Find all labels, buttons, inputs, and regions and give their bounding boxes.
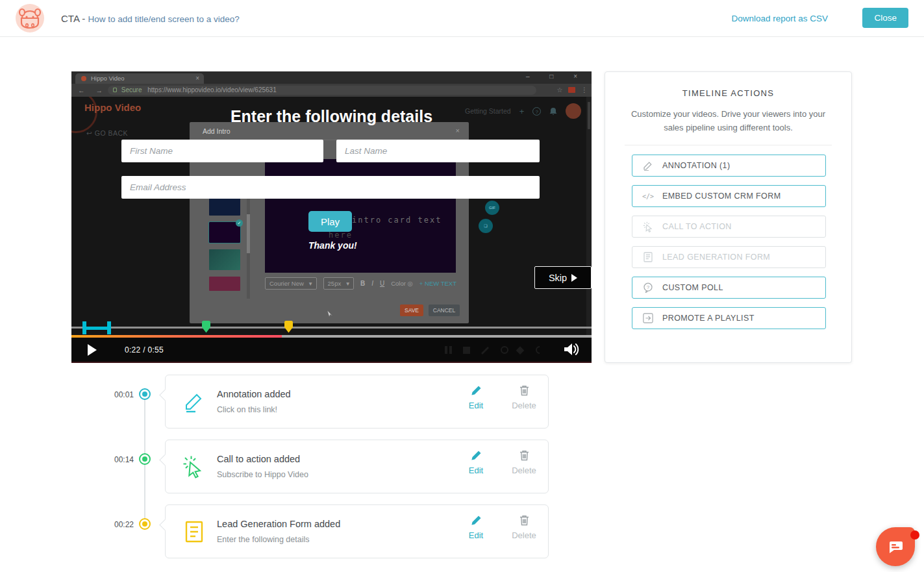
video-go-back-text: ↩ GO BACK [86,129,128,137]
event-dot-cta [139,453,151,465]
event-subtitle: Click on this link! [217,405,277,414]
timeline-actions-panel: TIMELINE ACTIONS Customize your videos. … [605,71,852,363]
delete-button[interactable]: Delete [505,385,543,410]
event-time: 00:22 [103,520,134,529]
download-report-link[interactable]: Download report as CSV [731,14,828,23]
edit-button[interactable]: Edit [456,515,495,540]
skip-arrow-icon [571,274,577,282]
trash-icon [519,515,529,526]
panel-title: TIMELINE ACTIONS [605,88,851,98]
action-lead-generation-form-button: LEAD GENERATION FORM [632,246,826,268]
bold-icon: B [360,280,365,287]
lock-icon [113,88,117,92]
code-icon: </> [642,193,655,200]
event-row-leadgen: 00:22 Lead Generation Form added Enter t… [0,504,584,558]
player-play-icon[interactable] [88,344,97,356]
browser-menu-icon: ⋮ [581,86,588,93]
player-control-bar: 0:22 / 0:55 [71,338,592,362]
action-call-to-action-button: CALL TO ACTION [632,216,826,238]
intro-template-thumb-selected: ✓ [209,222,240,243]
leadgen-heading: Enter the following details [71,107,592,126]
panel-divider [625,145,832,145]
copy-badge-icon: ❏ [479,219,493,233]
dialog-cancel-button: CANCEL [429,305,460,316]
event-subtitle: Enter the following details [217,535,309,544]
video-tab-favicon [81,76,86,81]
delete-button[interactable]: Delete [505,450,543,475]
question-bubble-icon: ? [642,282,655,293]
background-video-toolbar-icons [445,345,555,354]
event-card: Annotation added Click on this link! Edi… [165,375,549,429]
color-picker-label: Color ◎ [391,280,413,287]
intro-template-thumb [209,277,240,291]
trash-icon [519,385,529,396]
video-title: How to add title/end screen to a video? [88,14,239,24]
edit-button[interactable]: Edit [456,450,495,475]
video-browser-tab: Hippo Video × [75,73,204,84]
video-page-scrollbar [586,97,592,335]
event-dot-annotation [139,388,151,400]
chat-widget-button[interactable] [876,527,915,566]
marker-track-line [71,327,592,329]
page-title: CTA - How to add title/end screen to a v… [61,13,240,24]
volume-icon[interactable] [563,342,580,356]
leadgen-marker-pin[interactable] [284,321,293,333]
event-row-annotation: 00:01 Annotation added Click on this lin… [0,375,584,429]
intro-template-thumb [209,249,240,270]
skip-button[interactable]: Skip [534,266,592,289]
close-button[interactable]: Close [862,8,908,28]
video-url-text: https://www.hippovideo.io/video/view/625… [147,86,276,93]
selected-check-icon: ✓ [236,219,243,227]
gif-badge-icon: GIF [485,201,499,215]
bookmark-star-icon: ☆ [556,86,562,93]
cursor-click-icon [642,221,655,232]
page-title-prefix: CTA - [61,13,85,24]
video-browser-addressbar: ← → C Secure https://www.hippovideo.io/v… [71,84,592,97]
video-tab-close-icon: × [195,73,199,84]
video-player: Hippo Video × – □ × ← → C Secure https:/… [71,71,592,362]
italic-icon: I [371,280,373,287]
action-custom-poll-button[interactable]: ? CUSTOM POLL [632,277,826,299]
dialog-save-button: SAVE [400,305,423,316]
action-annotation-button[interactable]: ANNOTATION (1) [632,155,826,177]
email-input[interactable] [121,176,540,199]
timeline-marker-track [71,321,592,335]
event-title: Call to action added [217,454,300,464]
template-list-scrollbar [247,195,250,299]
document-icon [181,518,207,545]
underline-icon: U [380,280,384,287]
range-marker[interactable] [82,321,111,334]
pencil-icon [181,388,207,416]
intro-template-list: ✓ [209,195,240,297]
chat-notification-dot [910,530,919,540]
new-text-button: + NEW TEXT [419,280,456,287]
event-time: 00:14 [103,455,134,464]
trash-icon [519,450,529,461]
event-title: Annotation added [217,389,291,399]
intro-card-text-line2: here [329,230,353,240]
edit-button[interactable]: Edit [456,385,495,410]
first-name-input[interactable] [121,140,323,162]
event-title: Lead Generation Form added [217,519,340,529]
event-subtitle: Subscribe to Hippo Video [217,470,308,479]
video-window-controls: – □ × [526,73,586,80]
chat-bubble-icon [887,539,904,554]
action-promote-playlist-button[interactable]: PROMOTE A PLAYLIST [632,307,826,329]
secure-badge: Secure [121,86,142,93]
action-embed-crm-form-button[interactable]: </> EMBED CUSTOM CRM FORM [632,185,826,207]
add-intro-title: Add Intro [203,127,231,135]
event-time: 00:01 [103,390,134,399]
event-card: Call to action added Subscribe to Hippo … [165,440,549,493]
delete-button[interactable]: Delete [505,515,543,540]
font-family-select: Courier New▾ [265,277,317,290]
event-row-cta: 00:14 Call to action added Subscribe to … [0,440,584,493]
mouse-cursor-icon [327,310,333,318]
last-name-input[interactable] [336,140,540,162]
cta-marker-pin[interactable] [201,321,211,333]
extension-icon [568,87,575,93]
dialog-close-icon: × [456,127,460,134]
hippo-logo-icon [16,4,44,32]
play-button[interactable]: Play [308,211,352,232]
playlist-arrow-icon [642,313,655,323]
header: CTA - How to add title/end screen to a v… [0,0,924,37]
